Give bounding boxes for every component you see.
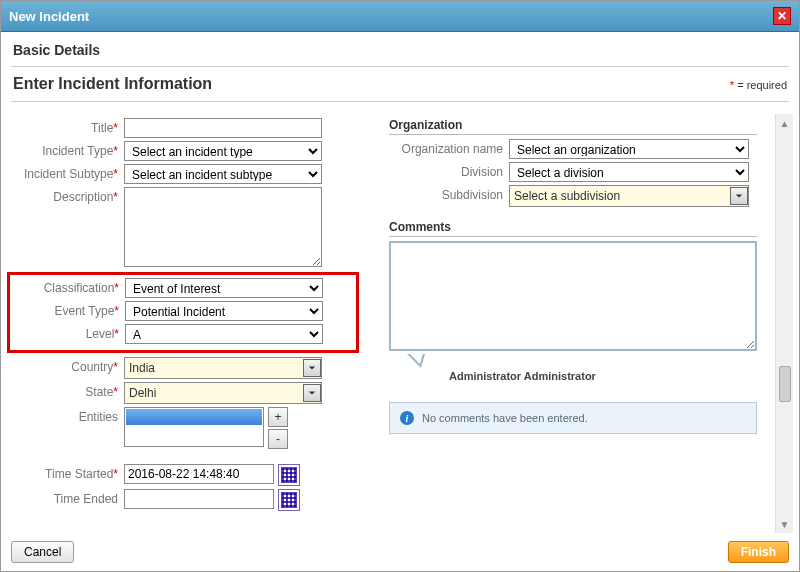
row-classification: Classification* Event of Interest <box>10 278 354 298</box>
remove-entity-button[interactable]: - <box>268 429 288 449</box>
scroll-up-icon[interactable]: ▲ <box>778 116 792 130</box>
subdivision-value: Select a subdivision <box>514 189 620 203</box>
row-incident-type: Incident Type* Select an incident type <box>9 141 359 161</box>
no-comments-text: No comments have been entered. <box>422 412 588 424</box>
classification-highlight-box: Classification* Event of Interest Event … <box>7 272 359 353</box>
label-time-ended: Time Ended <box>54 492 118 506</box>
dropdown-icon[interactable] <box>303 359 321 377</box>
close-button[interactable]: ✕ <box>773 7 791 25</box>
label-event-type: Event Type <box>55 304 115 318</box>
label-subdivision: Subdivision <box>442 188 503 202</box>
event-type-select[interactable]: Potential Incident <box>125 301 323 321</box>
dropdown-icon[interactable] <box>730 187 748 205</box>
label-level: Level <box>86 327 115 341</box>
row-division: Division Select a division <box>389 162 757 182</box>
label-state: State <box>85 385 113 399</box>
country-value: India <box>129 361 155 375</box>
time-started-calendar-button[interactable] <box>278 464 300 486</box>
no-comments-banner: i No comments have been entered. <box>389 402 757 434</box>
description-textarea[interactable] <box>124 187 322 267</box>
state-value: Delhi <box>129 386 156 400</box>
label-division: Division <box>461 165 503 179</box>
level-select[interactable]: A <box>125 324 323 344</box>
entities-buttons: + - <box>268 407 288 449</box>
right-column: Organization Organization name Select an… <box>389 118 757 529</box>
row-time-started: Time Started* <box>9 464 359 486</box>
subtitle-row: Enter Incident Information * = required <box>1 75 799 97</box>
add-entity-button[interactable]: + <box>268 407 288 427</box>
close-icon: ✕ <box>777 9 787 23</box>
label-incident-type: Incident Type <box>42 144 113 158</box>
label-time-started: Time Started <box>45 467 113 481</box>
dialog-new-incident: New Incident ✕ Basic Details Enter Incid… <box>0 0 800 572</box>
row-entities: Entities + - <box>9 407 359 449</box>
scroll-down-icon[interactable]: ▼ <box>778 517 792 531</box>
time-started-input[interactable] <box>124 464 274 484</box>
left-column: Title* Incident Type* Select an incident… <box>9 118 359 529</box>
dropdown-icon[interactable] <box>303 384 321 402</box>
label-country: Country <box>71 360 113 374</box>
dialog-title: New Incident <box>9 9 89 24</box>
comment-speech-wrapper <box>389 241 757 354</box>
finish-button[interactable]: Finish <box>728 541 789 563</box>
dialog-titlebar: New Incident ✕ <box>1 1 799 32</box>
row-title: Title* <box>9 118 359 138</box>
row-time-ended: Time Ended <box>9 489 359 511</box>
label-description: Description <box>53 190 113 204</box>
division-select[interactable]: Select a division <box>509 162 749 182</box>
incident-type-select[interactable]: Select an incident type <box>124 141 322 161</box>
organization-heading: Organization <box>389 118 757 135</box>
row-description: Description* <box>9 187 359 267</box>
subdivision-combo[interactable]: Select a subdivision <box>509 185 749 207</box>
label-classification: Classification <box>44 281 115 295</box>
label-entities: Entities <box>79 410 118 424</box>
entities-selected-item[interactable] <box>126 409 262 425</box>
cancel-button[interactable]: Cancel <box>11 541 74 563</box>
label-incident-subtype: Incident Subtype <box>24 167 113 181</box>
calendar-icon <box>281 492 297 508</box>
comments-heading: Comments <box>389 220 757 237</box>
row-event-type: Event Type* Potential Incident <box>10 301 354 321</box>
section-heading: Basic Details <box>1 32 799 62</box>
dialog-footer: Cancel Finish <box>1 533 799 571</box>
scroll-thumb[interactable] <box>779 366 791 402</box>
incident-subtype-select[interactable]: Select an incident subtype <box>124 164 322 184</box>
row-subdivision: Subdivision Select a subdivision <box>389 185 757 207</box>
info-icon: i <box>400 411 414 425</box>
state-combo[interactable]: Delhi <box>124 382 322 404</box>
required-legend: * = required <box>730 79 787 91</box>
row-country: Country* India <box>9 357 359 379</box>
comment-author: Administrator Administrator <box>449 370 757 382</box>
content-area: Title* Incident Type* Select an incident… <box>1 110 799 533</box>
label-title: Title <box>91 121 113 135</box>
comment-textarea[interactable] <box>389 241 757 351</box>
time-ended-input[interactable] <box>124 489 274 509</box>
row-level: Level* A <box>10 324 354 344</box>
calendar-icon <box>281 467 297 483</box>
label-organization-name: Organization name <box>402 142 503 156</box>
country-combo[interactable]: India <box>124 357 322 379</box>
row-organization-name: Organization name Select an organization <box>389 139 757 159</box>
entities-listbox[interactable] <box>124 407 264 447</box>
organization-name-select[interactable]: Select an organization <box>509 139 749 159</box>
row-incident-subtype: Incident Subtype* Select an incident sub… <box>9 164 359 184</box>
divider <box>11 66 789 67</box>
time-ended-calendar-button[interactable] <box>278 489 300 511</box>
title-input[interactable] <box>124 118 322 138</box>
form-scroll[interactable]: Title* Incident Type* Select an incident… <box>7 114 775 533</box>
vertical-scrollbar[interactable]: ▲ ▼ <box>775 114 793 533</box>
row-state: State* Delhi <box>9 382 359 404</box>
speech-tail-icon <box>409 353 423 364</box>
page-subtitle: Enter Incident Information <box>13 75 212 93</box>
divider <box>11 101 789 102</box>
classification-select[interactable]: Event of Interest <box>125 278 323 298</box>
